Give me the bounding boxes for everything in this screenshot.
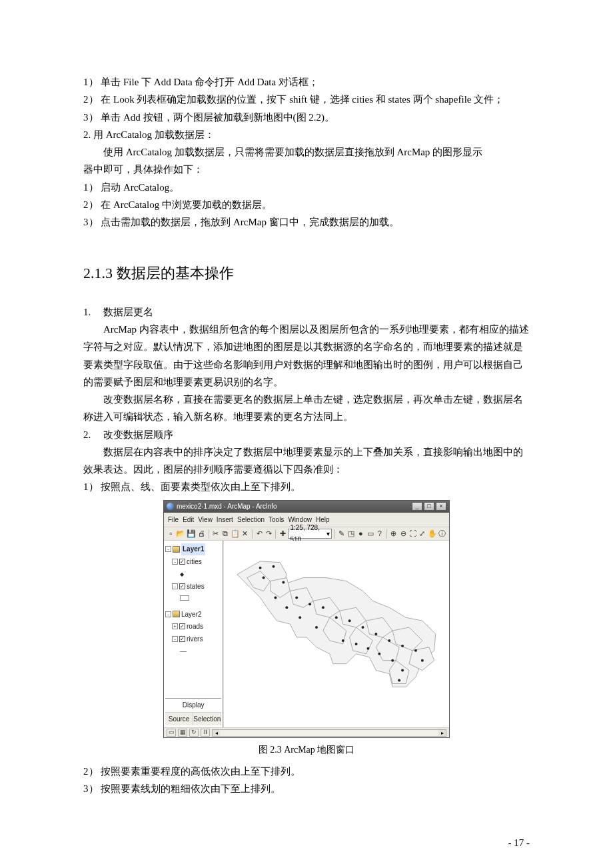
arccatalog-icon[interactable]: ◳: [347, 529, 355, 539]
data-frame[interactable]: - Layer2: [165, 609, 221, 621]
save-icon[interactable]: 💾: [187, 529, 196, 539]
command-icon[interactable]: ▭: [366, 529, 374, 539]
toc-tree: - Layer1 - cities - states: [165, 543, 221, 698]
layer-checkbox[interactable]: [179, 636, 185, 642]
map-view[interactable]: [223, 541, 449, 727]
collapse-icon[interactable]: -: [172, 636, 178, 642]
subheading-number: 2.: [83, 426, 103, 443]
app-icon: [167, 503, 174, 510]
menu-view[interactable]: View: [198, 514, 213, 526]
data-frame-icon: [173, 546, 180, 553]
symbol-line-icon: [180, 645, 221, 657]
collapse-icon[interactable]: +: [172, 623, 178, 629]
list-item: 1） 单击 File 下 Add Data 命令打开 Add Data 对话框；: [83, 73, 530, 91]
symbol-polygon-icon: [180, 595, 189, 601]
body-text: 器中即可，具体操作如下：: [83, 161, 530, 178]
svg-point-8: [375, 633, 378, 635]
editor-icon[interactable]: ✎: [338, 529, 346, 539]
svg-point-15: [378, 653, 381, 655]
help-icon[interactable]: ?: [376, 529, 384, 539]
layer-item[interactable]: - states: [172, 581, 221, 593]
arctoolbox-icon[interactable]: ●: [356, 529, 364, 539]
svg-point-13: [355, 643, 358, 645]
layer-label: roads: [187, 621, 203, 633]
menu-file[interactable]: File: [168, 514, 179, 526]
identify-icon[interactable]: ⓘ: [438, 529, 446, 539]
tab-selection[interactable]: Selection: [193, 713, 221, 726]
minimize-button[interactable]: _: [412, 502, 422, 511]
delete-icon[interactable]: ✕: [241, 529, 249, 539]
close-button[interactable]: ×: [436, 502, 446, 511]
arcmap-body: - Layer1 - cities - states: [164, 541, 449, 727]
scroll-right-icon[interactable]: ▸: [438, 730, 446, 736]
toc-tabs: Display Source Selection: [165, 698, 221, 725]
scroll-left-icon[interactable]: ◂: [213, 730, 220, 736]
svg-point-18: [398, 679, 401, 682]
tab-display[interactable]: Display: [165, 699, 221, 713]
menu-tools[interactable]: Tools: [269, 514, 284, 526]
list-item: 2） 在 ArcCatalog 中浏览要加载的数据层。: [83, 196, 530, 213]
list-item: 1） 启动 ArcCatalog。: [83, 179, 530, 196]
pan-icon[interactable]: ✋: [428, 529, 437, 539]
layer-item[interactable]: - cities: [172, 556, 221, 568]
undo-icon[interactable]: ↶: [255, 529, 263, 539]
redo-icon[interactable]: ↷: [265, 529, 273, 539]
maximize-button[interactable]: □: [424, 502, 434, 511]
layout-view-button[interactable]: ▦: [178, 729, 187, 737]
svg-point-24: [259, 567, 262, 569]
subheading-title: 数据层更名: [103, 307, 153, 317]
svg-point-7: [362, 626, 364, 629]
toolbar-separator: [252, 529, 253, 539]
figure: mexico2-1.mxd - ArcMap - ArcInfo _ □ × F…: [83, 500, 530, 759]
layer-checkbox[interactable]: [179, 583, 185, 589]
collapse-icon[interactable]: -: [172, 583, 178, 589]
figure-caption: 图 2.3 ArcMap 地图窗口: [259, 742, 355, 759]
fixed-zoom-in-icon[interactable]: ⤢: [418, 529, 426, 539]
svg-point-4: [322, 606, 324, 609]
list-item: 2） 按照要素重要程度的高低依次由上至下排列。: [83, 763, 530, 780]
layer-item[interactable]: - rivers: [172, 633, 221, 645]
body-text: 使用 ArcCatalog 加载数据层，只需将需要加载的数据层直接拖放到 Arc…: [83, 143, 530, 161]
horizontal-scrollbar[interactable]: ◂ ▸: [212, 729, 446, 737]
svg-point-22: [286, 606, 289, 609]
svg-point-0: [263, 577, 265, 579]
menu-selection[interactable]: Selection: [237, 514, 265, 526]
refresh-button[interactable]: ↻: [189, 729, 199, 737]
collapse-icon[interactable]: -: [172, 559, 178, 565]
copy-icon[interactable]: ⧉: [221, 529, 229, 539]
full-extent-icon[interactable]: ⛶: [408, 529, 416, 539]
open-icon[interactable]: 📂: [176, 529, 185, 539]
svg-point-20: [315, 626, 318, 629]
zoom-out-icon[interactable]: ⊖: [399, 529, 407, 539]
svg-point-1: [283, 581, 285, 584]
paste-icon[interactable]: 📋: [231, 529, 240, 539]
layer-item[interactable]: + roads: [172, 621, 221, 633]
list-item: 3） 点击需加载的数据层，拖放到 ArcMap 窗口中，完成数据层的加载。: [83, 213, 530, 231]
svg-point-6: [348, 619, 351, 622]
add-data-icon[interactable]: ✚: [279, 529, 287, 539]
menu-insert[interactable]: Insert: [217, 514, 233, 526]
collapse-icon[interactable]: -: [165, 611, 171, 617]
layer-label: states: [187, 581, 205, 593]
list-item: 3） 单击 Add 按钮，两个图层被加载到新地图中(图 2.2)。: [83, 109, 530, 126]
menu-edit[interactable]: Edit: [183, 514, 194, 526]
svg-point-25: [273, 565, 275, 568]
collapse-icon[interactable]: -: [165, 546, 171, 552]
subheading-title: 改变数据层顺序: [103, 429, 173, 440]
cut-icon[interactable]: ✂: [211, 529, 219, 539]
body-text: 数据层在内容表中的排序决定了数据层中地理要素显示的上下叠加关系，直接影响输出地图…: [83, 443, 530, 479]
data-frame[interactable]: - Layer1: [165, 543, 221, 555]
data-view-button[interactable]: ▭: [167, 729, 176, 737]
pause-button[interactable]: ⏸: [201, 729, 210, 737]
scale-combo[interactable]: 1:25, 728, 510▾: [288, 529, 332, 539]
toolbar: ▫ 📂 💾 🖨 ✂ ⧉ 📋 ✕ ↶ ↷ ✚ 1:25, 728, 510▾ ✎ …: [164, 527, 449, 541]
tab-source[interactable]: Source: [165, 713, 193, 726]
arcmap-window: mexico2-1.mxd - ArcMap - ArcInfo _ □ × F…: [163, 500, 450, 739]
new-icon[interactable]: ▫: [167, 529, 175, 539]
print-icon[interactable]: 🖨: [197, 529, 205, 539]
map-canvas: [224, 541, 449, 727]
layer-checkbox[interactable]: [179, 559, 185, 565]
zoom-in-icon[interactable]: ⊕: [390, 529, 398, 539]
subheading: 1.数据层更名: [83, 303, 530, 321]
layer-checkbox[interactable]: [179, 623, 185, 629]
